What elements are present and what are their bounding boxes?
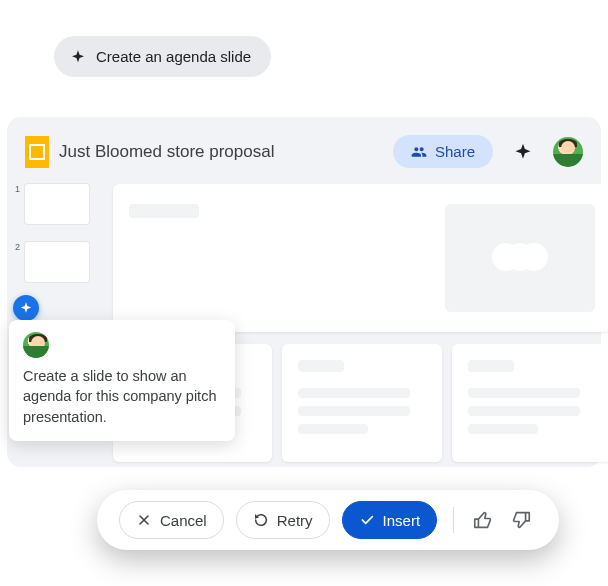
slide-thumbnail[interactable]: 2 — [25, 242, 89, 282]
cancel-button[interactable]: Cancel — [119, 501, 224, 539]
insert-button[interactable]: Insert — [342, 501, 438, 539]
prompt-suggestion-chip[interactable]: Create an agenda slide — [54, 36, 271, 77]
separator — [453, 507, 454, 533]
thumbs-down-button[interactable] — [508, 507, 534, 533]
prompt-text: Create a slide to show an agenda for thi… — [23, 366, 221, 427]
thumbs-up-button[interactable] — [470, 507, 496, 533]
user-avatar[interactable] — [553, 137, 583, 167]
close-icon — [136, 512, 152, 528]
sparkle-icon — [70, 49, 86, 65]
generated-slide-preview — [113, 184, 608, 332]
prompt-suggestion-label: Create an agenda slide — [96, 48, 251, 65]
retry-icon — [253, 512, 269, 528]
thumbs-down-icon — [510, 509, 532, 531]
slides-logo-icon — [25, 136, 49, 168]
thumbs-up-icon — [472, 509, 494, 531]
sparkle-icon[interactable] — [513, 142, 533, 162]
cancel-label: Cancel — [160, 512, 207, 529]
insert-label: Insert — [383, 512, 421, 529]
share-label: Share — [435, 143, 475, 160]
document-title[interactable]: Just Bloomed store proposal — [59, 142, 274, 162]
generated-slide-card — [452, 344, 608, 462]
retry-button[interactable]: Retry — [236, 501, 330, 539]
user-avatar — [23, 332, 49, 358]
slide-thumbnail[interactable]: 1 — [25, 184, 89, 224]
generated-slide-card — [282, 344, 441, 462]
gemini-badge-icon[interactable] — [13, 295, 39, 321]
retry-label: Retry — [277, 512, 313, 529]
slide-number: 2 — [15, 242, 20, 252]
app-header: Just Bloomed store proposal Share — [25, 135, 583, 168]
ai-action-bar: Cancel Retry Insert — [97, 490, 559, 550]
slide-image-placeholder — [445, 204, 595, 312]
logo-icon — [492, 243, 548, 273]
slide-number: 1 — [15, 184, 20, 194]
share-button[interactable]: Share — [393, 135, 493, 168]
people-icon — [411, 144, 427, 160]
check-icon — [359, 512, 375, 528]
placeholder-title — [129, 204, 199, 218]
prompt-popover: Create a slide to show an agenda for thi… — [9, 320, 235, 441]
